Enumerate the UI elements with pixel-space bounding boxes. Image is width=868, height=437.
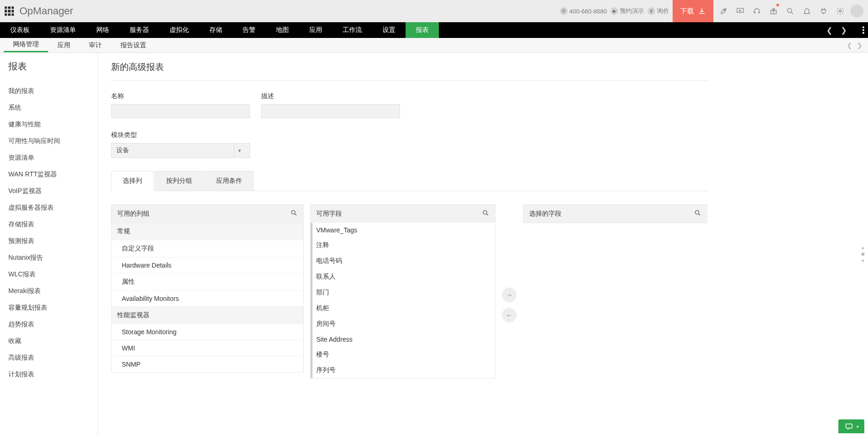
subnav-prev-icon[interactable]: ❮ [845, 42, 854, 49]
sidebar-item[interactable]: WAN RTT监视器 [6, 166, 92, 183]
headset-icon[interactable] [750, 5, 763, 18]
gift-icon[interactable] [767, 5, 780, 18]
main-nav-item[interactable]: 存储 [199, 22, 232, 38]
sidebar-item[interactable]: Meraki报表 [6, 283, 92, 300]
sidebar-item[interactable]: 预测报表 [6, 233, 92, 250]
chat-icon [844, 422, 854, 431]
column-group-item[interactable]: WMI [112, 340, 303, 356]
phone-link[interactable]: ✆ 400-660-8680 [560, 7, 607, 15]
form-row-2: 模块类型 设备 ▼ [111, 131, 708, 158]
chat-button[interactable] [838, 419, 864, 433]
module-type-select[interactable]: 设备 ▼ [111, 143, 250, 158]
main-nav-item[interactable]: 设置 [372, 22, 406, 38]
available-field-item[interactable]: 部门 [311, 285, 495, 300]
download-button[interactable]: 下载 [673, 0, 713, 22]
sidebar-item[interactable]: 健康与性能 [6, 116, 92, 133]
main-nav-item[interactable]: 网络 [86, 22, 119, 38]
main-nav-item[interactable]: 应用 [299, 22, 332, 38]
description-input[interactable] [261, 104, 400, 118]
available-field-item[interactable]: VMware_Tags [311, 223, 495, 237]
column-group-item[interactable]: SNMP [112, 356, 303, 372]
sidebar-item[interactable]: Nutanix报告 [6, 250, 92, 266]
available-field-item[interactable]: 楼号 [311, 347, 495, 362]
available-field-item[interactable]: 电话号码 [311, 253, 495, 269]
sidebar-item[interactable]: 我的报表 [6, 83, 92, 100]
sub-nav-item[interactable]: 网络管理 [4, 38, 48, 52]
sidebar-item[interactable]: 趋势报表 [6, 316, 92, 333]
available-field-item[interactable]: Site Address [311, 332, 495, 347]
apps-grid-icon[interactable] [5, 6, 14, 16]
column-group-item[interactable]: 属性 [112, 273, 303, 290]
main-nav-item[interactable]: 资源清单 [40, 22, 86, 38]
sidebar-item[interactable]: 存储报表 [6, 216, 92, 233]
sidebar: 报表 我的报表系统健康与性能可用性与响应时间资源清单WAN RTT监视器VoIP… [0, 53, 98, 437]
name-group: 名称 [111, 92, 250, 118]
search-icon[interactable] [694, 209, 701, 218]
svg-point-3 [787, 8, 792, 12]
demo-link[interactable]: ▶ 预约演示 [611, 7, 644, 15]
description-label: 描述 [261, 92, 400, 100]
column-group-item[interactable]: 自定义字段 [112, 240, 303, 257]
sidebar-item[interactable]: WLC报表 [6, 266, 92, 283]
top-right: ✆ 400-660-8680 ▶ 预约演示 $ 询价 下载 [560, 0, 863, 22]
subnav-next-icon[interactable]: ❯ [855, 42, 864, 49]
available-field-item[interactable]: 机柜 [311, 300, 495, 316]
nav-prev-icon[interactable]: ❮ [824, 26, 835, 35]
nav-next-icon[interactable]: ❯ [838, 26, 849, 35]
rocket-icon[interactable] [717, 5, 730, 18]
sidebar-item[interactable]: 可用性与响应时间 [6, 133, 92, 150]
sidebar-item[interactable]: 资源清单 [6, 150, 92, 166]
avatar[interactable] [850, 5, 863, 18]
sidebar-item[interactable]: VoIP监视器 [6, 183, 92, 200]
search-icon[interactable] [290, 209, 298, 218]
main-nav-item[interactable]: 告警 [232, 22, 266, 38]
main-nav-item[interactable]: 工作流 [332, 22, 372, 38]
main-nav-item[interactable]: 仪表板 [0, 22, 40, 38]
available-field-item[interactable]: 注释 [311, 237, 495, 253]
sidebar-item[interactable]: 计划报表 [6, 366, 92, 383]
available-groups-header: 可用的列组 [112, 205, 303, 223]
bell-icon[interactable] [800, 5, 813, 18]
search-icon[interactable] [784, 5, 797, 18]
column-group-item[interactable]: Availability Monitors [112, 290, 303, 306]
available-field-item[interactable]: 序列号 [311, 362, 495, 378]
main-nav: 仪表板资源清单网络服务器虚拟化存储告警地图应用工作流设置报表 ❮ ❯ [0, 22, 868, 38]
sidebar-item[interactable]: 系统 [6, 100, 92, 116]
main-nav-item[interactable]: 地图 [266, 22, 299, 38]
available-field-item[interactable]: 联系人 [311, 269, 495, 285]
sub-nav-item[interactable]: 报告设置 [111, 38, 156, 52]
sub-nav: 网络管理应用审计报告设置 ❮ ❯ [0, 38, 868, 53]
main-nav-item[interactable]: 虚拟化 [159, 22, 199, 38]
sub-nav-item[interactable]: 审计 [80, 38, 111, 52]
sidebar-item[interactable]: 虚拟服务器报表 [6, 200, 92, 216]
main-nav-item[interactable]: 服务器 [119, 22, 159, 38]
main-nav-item[interactable]: 报表 [406, 22, 439, 38]
available-field-item[interactable]: 房间号 [311, 316, 495, 332]
name-input[interactable] [111, 104, 250, 118]
plug-icon[interactable] [817, 5, 830, 18]
scroll-indicator[interactable]: ▲ ▼ [860, 245, 866, 263]
search-icon[interactable] [482, 209, 489, 218]
sidebar-item[interactable]: 高级报表 [6, 350, 92, 366]
dollar-icon: $ [648, 7, 655, 15]
svg-point-8 [862, 253, 865, 256]
tab[interactable]: 选择列 [111, 171, 154, 191]
quote-link[interactable]: $ 询价 [648, 7, 669, 15]
move-left-button[interactable]: ← [502, 308, 517, 323]
presentation-icon[interactable] [734, 5, 747, 18]
sidebar-item[interactable]: 容量规划报表 [6, 300, 92, 316]
tab[interactable]: 按列分组 [155, 171, 204, 191]
move-right-button[interactable]: → [502, 287, 517, 302]
gear-icon[interactable] [834, 5, 847, 18]
nav-more-icon[interactable] [862, 22, 864, 38]
svg-rect-9 [846, 424, 852, 428]
content: 新的高级报表 名称 描述 模块类型 设备 ▼ 选择列按列分组应用条件 [98, 53, 868, 437]
tab[interactable]: 应用条件 [205, 171, 254, 191]
column-group-item[interactable]: Storage Monitoring [112, 324, 303, 340]
sidebar-item[interactable]: 收藏 [6, 333, 92, 350]
column-group-item[interactable]: Hardware Details [112, 257, 303, 273]
column-group-header[interactable]: 性能监视器 [112, 306, 303, 324]
demo-label: 预约演示 [620, 7, 644, 15]
column-group-header[interactable]: 常规 [112, 223, 303, 240]
sub-nav-item[interactable]: 应用 [48, 38, 80, 52]
